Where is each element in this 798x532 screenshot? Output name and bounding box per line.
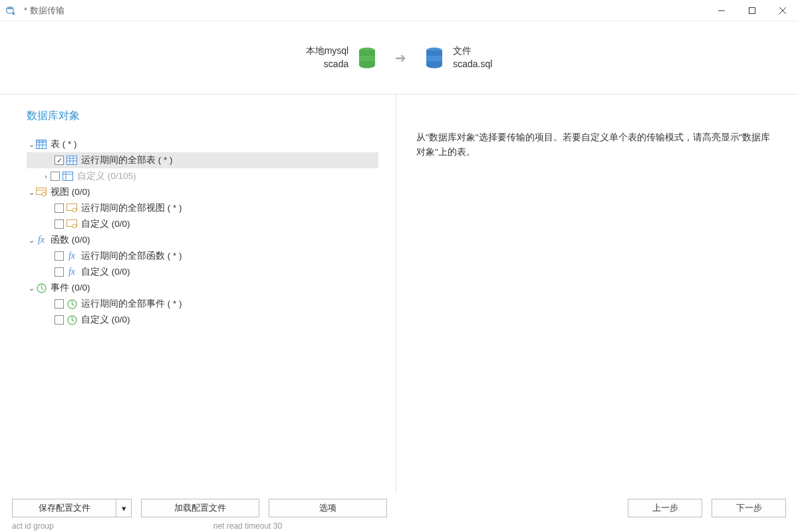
tree-node-tables[interactable]: ⌄ 表 ( * ) xyxy=(27,136,378,152)
tree-label: 自定义 (0/0) xyxy=(81,314,130,326)
table-icon xyxy=(66,155,77,166)
function-icon: fx xyxy=(36,235,47,245)
transfer-header: 本地mysql scada ➔ 文件 scada.sql xyxy=(0,21,798,94)
svg-point-27 xyxy=(72,224,76,228)
svg-rect-2 xyxy=(749,7,755,13)
chevron-right-icon[interactable]: › xyxy=(41,172,51,180)
event-icon xyxy=(66,315,77,325)
svg-rect-13 xyxy=(67,156,77,165)
view-icon xyxy=(66,219,77,229)
app-icon xyxy=(5,5,16,16)
checkbox[interactable] xyxy=(55,299,64,309)
tree-label: 自定义 (0/0) xyxy=(81,266,130,278)
background-text: act id group net read timeout 30 xyxy=(0,521,798,532)
checkbox[interactable] xyxy=(51,172,60,181)
checkbox[interactable] xyxy=(55,267,64,277)
source-db: scada xyxy=(306,58,349,71)
table-icon xyxy=(63,171,73,182)
function-icon: fx xyxy=(66,267,77,277)
tree-node-functions-custom[interactable]: fx 自定义 (0/0) xyxy=(27,264,378,280)
tree-label: 运行期间的全部函数 ( * ) xyxy=(81,250,182,262)
titlebar: * 数据传输 xyxy=(0,0,798,21)
tree-node-functions-all[interactable]: fx 运行期间的全部函数 ( * ) xyxy=(27,248,378,264)
load-profile-button[interactable]: 加载配置文件 xyxy=(141,499,259,517)
tree-node-views-all[interactable]: 运行期间的全部视图 ( * ) xyxy=(27,200,378,216)
tree-node-events-all[interactable]: 运行期间的全部事件 ( * ) xyxy=(27,296,378,312)
save-profile-button[interactable]: 保存配置文件 xyxy=(12,499,116,517)
window-controls xyxy=(706,0,798,21)
tree-node-tables-all[interactable]: 运行期间的全部表 ( * ) xyxy=(27,152,378,168)
arrow-right-icon: ➔ xyxy=(395,50,406,66)
checkbox[interactable] xyxy=(55,315,64,325)
event-icon xyxy=(66,299,77,309)
tree-label: 视图 (0/0) xyxy=(51,186,90,198)
source-block: 本地mysql scada xyxy=(306,45,377,70)
svg-rect-12 xyxy=(36,140,47,142)
svg-point-25 xyxy=(72,208,76,212)
tree-node-tables-custom[interactable]: › 自定义 (0/105) xyxy=(27,168,378,184)
tree-node-events-custom[interactable]: 自定义 (0/0) xyxy=(27,312,378,328)
database-icon xyxy=(358,47,376,68)
tree-label: 自定义 (0/0) xyxy=(81,218,130,230)
function-icon: fx xyxy=(66,251,77,261)
svg-point-23 xyxy=(42,192,46,196)
object-tree[interactable]: ⌄ 表 ( * ) 运行期间的全部表 ( * ) › 自定义 (0/105) ⌄… xyxy=(27,136,378,328)
options-button[interactable]: 选项 xyxy=(269,499,387,517)
prev-button[interactable]: 上一步 xyxy=(628,499,702,517)
source-name: 本地mysql xyxy=(306,45,349,58)
dest-file: scada.sql xyxy=(453,58,492,71)
checkbox[interactable] xyxy=(55,156,64,165)
hint-text: 从"数据库对象"选择要传输的项目。若要自定义单个表的传输模式，请高亮显示"数据库… xyxy=(416,130,778,159)
tree-node-views-custom[interactable]: 自定义 (0/0) xyxy=(27,216,378,232)
database-icon xyxy=(425,47,444,68)
close-button[interactable] xyxy=(767,0,798,21)
tree-node-views[interactable]: ⌄ 视图 (0/0) xyxy=(27,184,378,200)
chevron-down-icon[interactable]: ⌄ xyxy=(27,140,36,149)
tree-label: 运行期间的全部表 ( * ) xyxy=(81,154,173,166)
tree-label: 运行期间的全部视图 ( * ) xyxy=(81,202,182,214)
next-button[interactable]: 下一步 xyxy=(712,499,786,517)
dest-type: 文件 xyxy=(453,45,492,58)
view-icon xyxy=(36,187,47,198)
save-profile-dropdown[interactable]: ▾ xyxy=(116,499,132,517)
tree-label: 表 ( * ) xyxy=(51,138,77,150)
checkbox[interactable] xyxy=(55,203,64,213)
checkbox[interactable] xyxy=(55,251,64,261)
checkbox[interactable] xyxy=(55,219,64,229)
tree-label: 函数 (0/0) xyxy=(51,234,90,246)
chevron-down-icon[interactable]: ⌄ xyxy=(27,188,36,197)
table-icon xyxy=(36,139,47,150)
footer: 保存配置文件 ▾ 加载配置文件 选项 上一步 下一步 xyxy=(0,496,798,520)
tree-label: 自定义 (0/105) xyxy=(77,170,136,182)
svg-point-0 xyxy=(7,7,13,9)
chevron-down-icon[interactable]: ⌄ xyxy=(27,236,36,245)
main-area: 数据库对象 ⌄ 表 ( * ) 运行期间的全部表 ( * ) › 自定义 (0/… xyxy=(0,94,798,493)
hint-pane: 从"数据库对象"选择要传输的项目。若要自定义单个表的传输模式，请高亮显示"数据库… xyxy=(396,94,798,493)
dest-block: 文件 scada.sql xyxy=(425,45,492,70)
svg-rect-18 xyxy=(63,172,73,181)
objects-pane: 数据库对象 ⌄ 表 ( * ) 运行期间的全部表 ( * ) › 自定义 (0/… xyxy=(0,94,396,493)
chevron-down-icon[interactable]: ⌄ xyxy=(27,284,36,293)
minimize-button[interactable] xyxy=(706,0,737,21)
maximize-button[interactable] xyxy=(737,0,767,21)
tree-node-functions[interactable]: ⌄ fx 函数 (0/0) xyxy=(27,232,378,248)
tree-label: 运行期间的全部事件 ( * ) xyxy=(81,298,182,310)
view-icon xyxy=(66,203,77,213)
window-title: * 数据传输 xyxy=(24,5,65,17)
section-title: 数据库对象 xyxy=(27,109,378,123)
event-icon xyxy=(36,283,47,293)
tree-label: 事件 (0/0) xyxy=(51,282,90,294)
tree-node-events[interactable]: ⌄ 事件 (0/0) xyxy=(27,280,378,296)
